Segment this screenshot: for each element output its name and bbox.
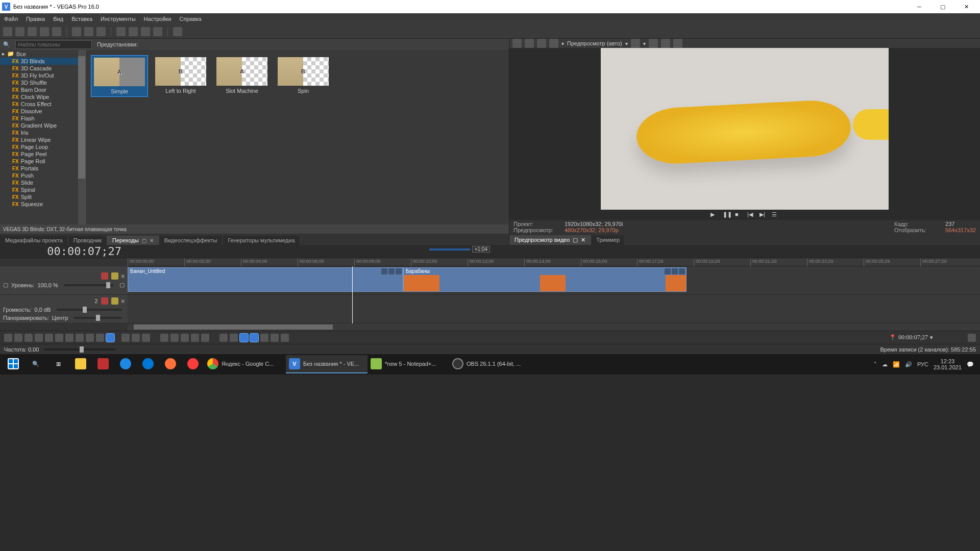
tray-cloud-icon[interactable]: ☁ [882, 361, 888, 368]
undock-icon[interactable]: ▢ [573, 237, 578, 243]
clip-crop-icon[interactable] [381, 268, 387, 274]
tab-video-preview[interactable]: Предпросмотр видео▢✕ [509, 235, 591, 245]
record-button[interactable] [4, 334, 12, 342]
taskbar-obs[interactable]: OBS 26.1.1 (64-bit, ... [449, 355, 531, 373]
fx-item-3d-blinds[interactable]: FX3D Blinds [0, 58, 85, 65]
preset-spin[interactable]: B Spin [275, 55, 332, 96]
save-snapshot-icon[interactable] [673, 39, 682, 48]
solo-icon[interactable]: ▢ [119, 282, 125, 288]
video-clip-1[interactable]: Банан_Untitled [128, 267, 403, 292]
paste-icon[interactable] [96, 27, 106, 36]
fx-item[interactable]: FXPage Roll [0, 158, 85, 165]
track-motion-icon[interactable] [101, 272, 108, 280]
split-screen-icon[interactable] [549, 39, 558, 48]
region-button[interactable] [230, 334, 238, 342]
stop-icon[interactable]: ■ [735, 211, 742, 218]
close-button[interactable]: ✕ [954, 0, 978, 13]
minimize-button[interactable]: ─ [908, 0, 931, 13]
audio-track-header[interactable]: 2≡ Громкость:0,0 dB Панорамировать:Центр [0, 295, 128, 323]
preset-left-to-right[interactable]: B Left to Right [152, 55, 209, 96]
fx-item[interactable]: FXIris [0, 129, 85, 136]
level-slider[interactable] [64, 284, 113, 286]
timeline-cursor-time[interactable]: 00:00:07;27 [0, 245, 128, 258]
normal-edit-tool[interactable] [106, 334, 114, 342]
fx-item[interactable]: FXPage Peel [0, 151, 85, 158]
snap-button[interactable] [160, 334, 168, 342]
copy-icon[interactable] [84, 27, 93, 36]
external-monitor-icon[interactable] [525, 39, 534, 48]
arm-record-icon[interactable] [101, 297, 108, 305]
taskbar-firefox[interactable] [159, 355, 182, 373]
timeline-hscrollbar[interactable] [128, 323, 980, 331]
zoom-tool[interactable] [142, 334, 150, 342]
explorer-button[interactable] [69, 355, 92, 373]
event-grouping-button[interactable] [250, 334, 258, 342]
fx-item[interactable]: FXSpiral [0, 186, 85, 193]
tab-transitions[interactable]: Переходы▢✕ [107, 236, 159, 245]
timeline-zoom[interactable]: +1:04 [429, 246, 490, 253]
videofx-icon[interactable] [537, 39, 546, 48]
track-fx-icon[interactable] [111, 297, 118, 305]
tab-videofx[interactable]: Видеоспецэффекты [159, 236, 223, 245]
menu-edit[interactable]: Правка [26, 16, 45, 22]
preview-quality-dropdown[interactable]: Предпросмотр (авто) [567, 40, 622, 46]
fx-tree[interactable]: ▸📁Все FX3D Blinds FX3D Cascade FX3D Fly … [0, 50, 86, 224]
auto-crossfade-button[interactable] [181, 334, 189, 342]
selection-tool[interactable] [132, 334, 140, 342]
next-frame-button[interactable] [96, 334, 104, 342]
close-tab-icon[interactable]: ✕ [150, 238, 154, 243]
taskbar-app[interactable] [92, 355, 114, 373]
transport-time[interactable]: 00:00:07;27 [898, 334, 928, 341]
pan-slider[interactable] [74, 317, 121, 319]
preset-slot-machine[interactable]: A Slot Machine [213, 55, 271, 96]
fx-item[interactable]: FXSqueeze [0, 201, 85, 208]
tray-network-icon[interactable]: 📶 [893, 361, 900, 368]
fx-item[interactable]: FXCross Effect [0, 101, 85, 108]
search-button[interactable]: 🔍 [24, 355, 47, 373]
next-frame-icon[interactable]: ▶| [760, 211, 767, 218]
maximize-button[interactable]: ▢ [931, 0, 954, 13]
play-icon[interactable]: ▶ [710, 211, 718, 218]
volume-slider[interactable] [57, 309, 121, 311]
auto-ripple-button[interactable] [170, 334, 179, 342]
undo-icon[interactable] [116, 27, 126, 36]
safe-areas-icon[interactable] [649, 39, 658, 48]
undock-icon[interactable]: ▢ [142, 238, 146, 243]
prev-frame-icon[interactable]: |◀ [747, 211, 754, 218]
video-clip-2[interactable]: Барабаны [403, 267, 687, 292]
time-dropdown-icon[interactable]: ▾ [930, 334, 933, 341]
fx-item[interactable]: FXPage Loop [0, 143, 85, 151]
menu-insert[interactable]: Вставка [71, 16, 92, 22]
close-tab-icon[interactable]: ✕ [581, 237, 585, 243]
clip-fx-icon[interactable] [388, 268, 395, 274]
fx-item[interactable]: FX3D Cascade [0, 65, 85, 72]
misc-button-2[interactable] [271, 334, 279, 342]
taskbar-edge[interactable] [137, 355, 159, 373]
plugin-search-input[interactable] [15, 40, 92, 49]
fx-item[interactable]: FXSlide [0, 179, 85, 186]
fx-root[interactable]: ▸📁Все [0, 50, 85, 58]
undo-dropdown-icon[interactable] [129, 27, 138, 36]
menu-file[interactable]: Файл [4, 16, 18, 22]
go-end-button[interactable] [76, 334, 84, 342]
pause-button[interactable] [45, 334, 53, 342]
save-project-icon[interactable] [28, 27, 37, 36]
preset-simple[interactable]: A Simple [91, 55, 148, 97]
clip-crop-icon[interactable] [665, 268, 671, 274]
fx-item[interactable]: FXClock Wipe [0, 93, 85, 101]
menu-icon[interactable]: ☰ [772, 211, 779, 218]
play-button[interactable] [35, 334, 43, 342]
menu-help[interactable]: Справка [180, 16, 202, 22]
taskbar-chrome[interactable]: Яндекс - Google C... [204, 355, 286, 373]
properties-icon[interactable] [52, 27, 61, 36]
track-menu-icon[interactable]: ≡ [121, 273, 125, 279]
tab-explorer[interactable]: Проводник [68, 236, 107, 245]
tab-trimmer[interactable]: Триммер [591, 235, 625, 245]
tracks-area[interactable]: Банан_Untitled Барабаны [128, 266, 980, 323]
quantize-button[interactable] [191, 334, 199, 342]
mute-icon[interactable]: ▢ [3, 282, 8, 288]
overlay-icon[interactable] [631, 39, 640, 48]
fx-item[interactable]: FXPush [0, 172, 85, 179]
fx-item[interactable]: FXLinear Wipe [0, 136, 85, 143]
menu-settings[interactable]: Настройки [144, 16, 172, 22]
